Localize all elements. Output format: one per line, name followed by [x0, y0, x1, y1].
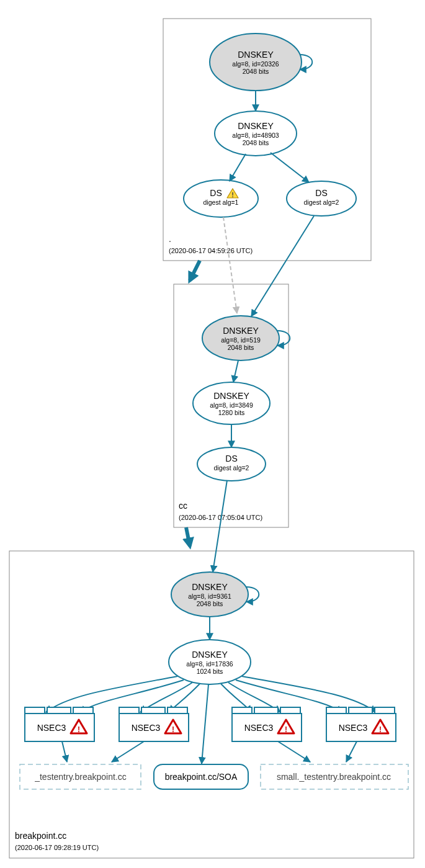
svg-rect-44: [168, 707, 187, 714]
edge-nsec3b-nodata1: [112, 741, 144, 762]
edge-nsec3d-nodata2: [346, 741, 357, 762]
svg-text:digest alg=2: digest alg=2: [214, 464, 249, 472]
zone-bp-name: breakpoint.cc: [15, 831, 66, 841]
svg-text:alg=8, id=9361: alg=8, id=9361: [188, 593, 231, 600]
node-bp-ksk[interactable]: DNSKEY alg=8, id=9361 2048 bits: [171, 572, 248, 617]
edge-ccds-bpksk: [213, 480, 227, 572]
svg-text:!: !: [379, 725, 382, 734]
svg-rect-38: [73, 707, 93, 714]
nodata-small-testentry[interactable]: small._testentry.breakpoint.cc: [261, 764, 408, 789]
edge-root-zsk-ds1: [230, 154, 246, 181]
node-root-ksk[interactable]: DNSKEY alg=8, id=20326 2048 bits: [210, 34, 302, 91]
svg-text:alg=8, id=519: alg=8, id=519: [221, 336, 261, 344]
svg-text:NSEC3: NSEC3: [339, 723, 368, 733]
svg-rect-50: [280, 707, 300, 714]
node-cc-zsk[interactable]: DNSKEY alg=8, id=3849 1280 bits: [193, 382, 270, 424]
svg-text:DNSKEY: DNSKEY: [213, 391, 249, 401]
svg-text:alg=8, id=20326: alg=8, id=20326: [232, 60, 279, 68]
node-bp-zsk[interactable]: DNSKEY alg=8, id=17836 1024 bits: [169, 640, 251, 684]
svg-text:2048 bits: 2048 bits: [243, 68, 269, 75]
svg-text:!: !: [231, 191, 234, 199]
svg-text:breakpoint.cc/SOA: breakpoint.cc/SOA: [165, 772, 238, 782]
soa-box[interactable]: breakpoint.cc/SOA: [154, 764, 248, 789]
svg-text:alg=8, id=17836: alg=8, id=17836: [186, 660, 233, 668]
svg-rect-55: [349, 707, 372, 714]
svg-text:NSEC3: NSEC3: [132, 723, 161, 733]
zone-bp-ts: (2020-06-17 09:28:19 UTC): [15, 844, 99, 851]
svg-text:1024 bits: 1024 bits: [197, 668, 223, 675]
svg-text:DNSKEY: DNSKEY: [192, 650, 228, 660]
svg-text:alg=8, id=48903: alg=8, id=48903: [232, 132, 279, 139]
nsec3-box-1[interactable]: NSEC3 !: [25, 707, 94, 741]
svg-rect-54: [326, 707, 346, 714]
nsec3-box-3[interactable]: NSEC3 !: [232, 707, 302, 741]
zone-root-ts: (2020-06-17 04:59:26 UTC): [169, 247, 253, 254]
svg-text:DS: DS: [225, 454, 237, 463]
svg-rect-49: [254, 707, 278, 714]
svg-text:DNSKEY: DNSKEY: [238, 50, 274, 60]
node-cc-ksk[interactable]: DNSKEY alg=8, id=519 2048 bits: [202, 316, 279, 360]
svg-text:!: !: [78, 725, 80, 734]
svg-text:2048 bits: 2048 bits: [228, 344, 254, 351]
node-root-ds2[interactable]: DS digest alg=2: [287, 181, 356, 216]
zone-cc-name: cc: [179, 501, 187, 511]
svg-text:NSEC3: NSEC3: [37, 723, 66, 733]
node-root-zsk[interactable]: DNSKEY alg=8, id=48903 2048 bits: [215, 111, 297, 156]
svg-text:DNSKEY: DNSKEY: [192, 582, 228, 592]
svg-rect-48: [232, 707, 252, 714]
svg-text:!: !: [285, 725, 287, 734]
nsec3-box-2[interactable]: NSEC3 !: [119, 707, 189, 741]
edge-root-zsk-ds2: [271, 153, 309, 182]
delegation-root-cc: [190, 261, 200, 280]
svg-text:2048 bits: 2048 bits: [197, 600, 223, 607]
svg-text:DS: DS: [210, 188, 221, 198]
delegation-cc-bp: [186, 527, 190, 546]
nodata-testentry[interactable]: _testentry.breakpoint.cc: [20, 764, 141, 789]
svg-text:DNSKEY: DNSKEY: [223, 326, 259, 336]
svg-text:DS: DS: [315, 188, 327, 198]
svg-text:DNSKEY: DNSKEY: [238, 121, 274, 131]
edge-ds2-ccksk: [251, 216, 314, 316]
edge-cc-ksk-zsk: [233, 360, 238, 382]
svg-rect-42: [119, 707, 139, 714]
svg-text:alg=8, id=3849: alg=8, id=3849: [210, 401, 253, 409]
svg-rect-43: [141, 707, 165, 714]
svg-text:small._testentry.breakpoint.cc: small._testentry.breakpoint.cc: [277, 772, 391, 782]
node-cc-ds[interactable]: DS digest alg=2: [197, 447, 266, 481]
svg-text:digest alg=2: digest alg=2: [304, 199, 339, 206]
edge-zsk-soa: [202, 684, 208, 764]
edge-ds1-ccksk: [223, 217, 237, 313]
svg-text:2048 bits: 2048 bits: [243, 139, 269, 146]
svg-text:1280 bits: 1280 bits: [218, 409, 245, 416]
svg-text:!: !: [172, 725, 174, 734]
svg-text:NSEC3: NSEC3: [244, 723, 274, 733]
svg-rect-36: [25, 707, 45, 714]
zone-root-name: .: [169, 234, 171, 244]
svg-rect-56: [375, 707, 395, 714]
svg-text:digest alg=1: digest alg=1: [204, 199, 239, 206]
edge-nsec3c-nodata2: [278, 741, 310, 762]
edge-nsec3a-nodata1: [62, 741, 67, 762]
node-root-ds1[interactable]: DS digest alg=1 !: [184, 180, 258, 217]
svg-text:_testentry.breakpoint.cc: _testentry.breakpoint.cc: [34, 772, 127, 782]
nsec3-box-4[interactable]: NSEC3 !: [326, 707, 396, 741]
svg-rect-37: [47, 707, 71, 714]
